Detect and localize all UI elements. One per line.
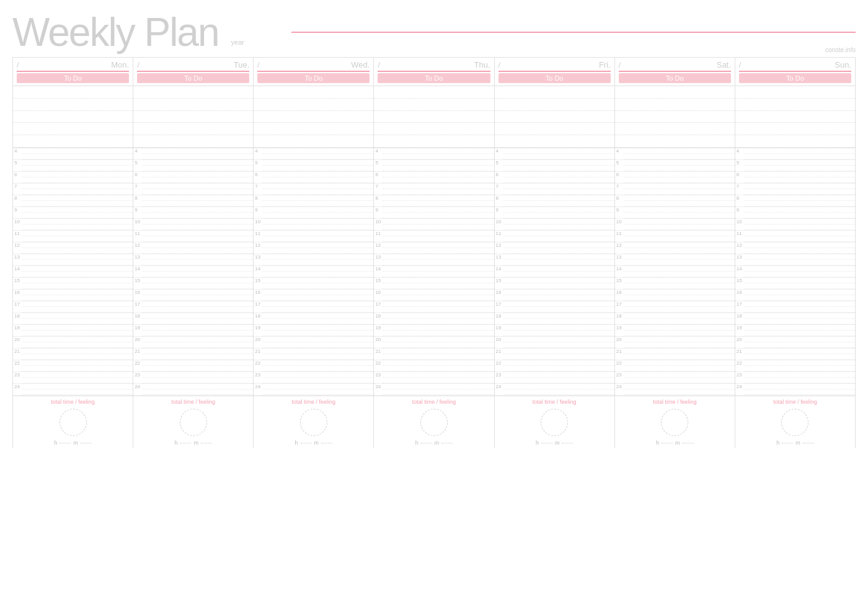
footer-mood-circle-5[interactable] <box>661 409 688 436</box>
todo-bar-5: To Do <box>619 73 731 83</box>
footer-mood-circle-1[interactable] <box>180 409 207 436</box>
footer-h-line-5[interactable] <box>662 443 673 443</box>
day-pink-line-5 <box>619 71 731 72</box>
hour-row-22-0: 22 <box>13 360 133 372</box>
footer-m-line-6[interactable] <box>803 443 814 443</box>
hour-row-8-6: 8 <box>735 195 855 207</box>
hour-row-20-2: 20 <box>254 337 373 349</box>
footer-h-line-6[interactable] <box>782 443 793 443</box>
top-notes-1[interactable] <box>133 86 253 148</box>
hour-num-18-5: 18 <box>615 313 624 319</box>
footer-h-line-0[interactable] <box>60 443 71 443</box>
hour-row-21-2: 21 <box>254 349 373 360</box>
hour-row-18-2: 18 <box>254 313 373 325</box>
hour-num-14-1: 14 <box>133 266 142 272</box>
hour-row-18-0: 18 <box>13 313 133 325</box>
page: Weekly Plan year conote.info /Mon.To Do4… <box>0 0 868 614</box>
hour-row-17-1: 17 <box>133 301 253 313</box>
hour-num-24-2: 24 <box>254 384 262 389</box>
day-pink-line-0 <box>17 71 129 72</box>
hour-row-17-2: 17 <box>254 301 373 313</box>
hours-area-1[interactable]: 456789101112131415161718192021222324 <box>133 148 253 396</box>
hours-area-3[interactable]: 456789101112131415161718192021222324 <box>374 148 494 396</box>
hour-num-16-6: 16 <box>735 290 744 295</box>
footer-m-line-2[interactable] <box>321 443 332 443</box>
hour-num-11-2: 11 <box>254 231 262 236</box>
hour-row-5-4: 5 <box>495 160 614 172</box>
hour-row-12-4: 12 <box>495 242 614 254</box>
day-header-2: /Wed.To Do <box>254 58 373 86</box>
hour-row-4-6: 4 <box>735 148 855 160</box>
footer-total-label-1: total time / feeling <box>171 399 215 405</box>
hour-num-20-1: 20 <box>133 337 142 342</box>
hour-row-5-6: 5 <box>735 160 855 172</box>
slash-6: / <box>739 60 742 69</box>
hours-area-0[interactable]: 456789101112131415161718192021222324 <box>13 148 133 396</box>
footer-mood-circle-3[interactable] <box>420 409 448 436</box>
hour-num-14-5: 14 <box>615 266 624 272</box>
hour-row-4-3: 4 <box>374 148 494 160</box>
hour-num-11-1: 11 <box>133 231 142 236</box>
footer-h-label-4: h <box>536 440 539 446</box>
top-notes-2[interactable] <box>254 86 373 148</box>
day-header-0: /Mon.To Do <box>13 58 133 86</box>
hour-num-21-2: 21 <box>254 349 262 354</box>
footer-m-line-5[interactable] <box>683 443 694 443</box>
hour-num-12-2: 12 <box>254 242 262 248</box>
top-notes-6[interactable] <box>735 86 855 148</box>
footer-m-line-1[interactable] <box>201 443 212 443</box>
top-notes-0[interactable] <box>13 86 133 148</box>
footer-h-line-1[interactable] <box>180 443 191 443</box>
footer-total-label-4: total time / feeling <box>533 399 577 405</box>
hour-row-5-1: 5 <box>133 160 253 172</box>
hour-row-21-3: 21 <box>374 349 494 360</box>
hour-row-23-1: 23 <box>133 372 253 384</box>
hour-row-17-0: 17 <box>13 301 133 313</box>
hour-num-19-2: 19 <box>254 325 262 331</box>
hour-row-23-0: 23 <box>13 372 133 384</box>
top-notes-5[interactable] <box>615 86 735 148</box>
footer-m-line-3[interactable] <box>441 443 453 443</box>
hour-row-19-3: 19 <box>374 325 494 337</box>
footer-m-label-2: m <box>314 440 319 446</box>
hour-row-8-4: 8 <box>495 195 614 207</box>
slash-3: / <box>378 60 380 69</box>
hour-num-6-5: 6 <box>615 172 624 177</box>
hour-num-7-4: 7 <box>495 184 503 189</box>
hour-row-23-4: 23 <box>495 372 614 384</box>
hour-row-7-6: 7 <box>735 184 855 195</box>
day-name-1: Tue. <box>234 60 250 69</box>
footer-mood-circle-0[interactable] <box>60 409 87 436</box>
site-info: conote.info <box>825 47 856 53</box>
hour-row-22-5: 22 <box>615 360 735 372</box>
top-notes-4[interactable] <box>495 86 614 148</box>
hours-area-6[interactable]: 456789101112131415161718192021222324 <box>735 148 855 396</box>
hour-row-9-5: 9 <box>615 207 735 219</box>
day-col-tue: /Tue.To Do456789101112131415161718192021… <box>133 58 254 396</box>
slash-4: / <box>498 60 501 69</box>
hour-row-12-2: 12 <box>254 242 373 254</box>
hour-num-8-5: 8 <box>615 195 624 201</box>
footer-mood-circle-4[interactable] <box>541 409 568 436</box>
footer-m-line-4[interactable] <box>562 443 573 443</box>
hour-row-19-0: 19 <box>13 325 133 337</box>
hours-area-2[interactable]: 456789101112131415161718192021222324 <box>254 148 373 396</box>
hour-row-12-1: 12 <box>133 242 253 254</box>
hour-num-9-6: 9 <box>735 207 744 213</box>
hour-row-24-3: 24 <box>374 384 494 396</box>
footer-h-line-2[interactable] <box>301 443 312 443</box>
hour-num-6-4: 6 <box>495 172 503 177</box>
footer-h-line-4[interactable] <box>541 443 552 443</box>
hour-row-24-5: 24 <box>615 384 735 396</box>
footer-mood-circle-2[interactable] <box>300 409 327 436</box>
hour-num-17-6: 17 <box>735 301 744 307</box>
footer-h-line-3[interactable] <box>421 443 432 443</box>
footer-m-line-0[interactable] <box>81 443 92 443</box>
top-notes-3[interactable] <box>374 86 494 148</box>
hour-row-19-4: 19 <box>495 325 614 337</box>
hour-row-7-1: 7 <box>133 184 253 195</box>
hours-area-5[interactable]: 456789101112131415161718192021222324 <box>615 148 735 396</box>
footer-hm-row-1: hm <box>174 440 212 446</box>
hours-area-4[interactable]: 456789101112131415161718192021222324 <box>495 148 614 396</box>
footer-mood-circle-6[interactable] <box>781 409 808 436</box>
